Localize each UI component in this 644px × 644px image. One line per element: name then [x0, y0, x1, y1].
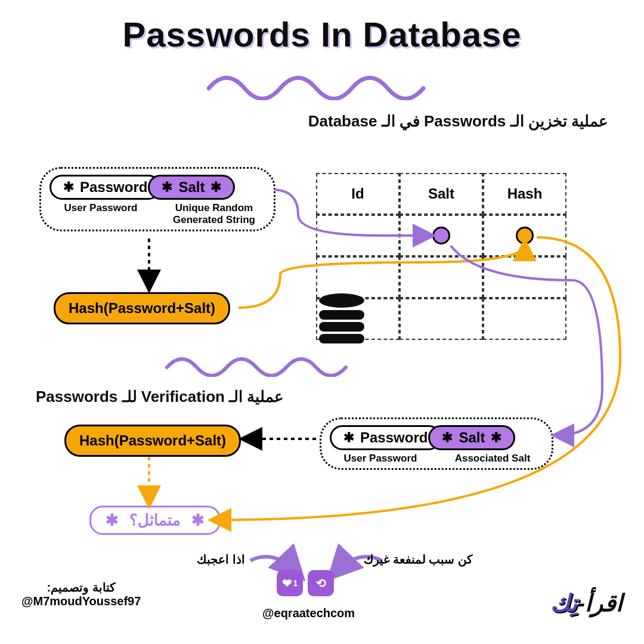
author-line2: @M7moudYoussef97 — [21, 595, 141, 608]
password-pill-2: ✱Password — [330, 425, 441, 450]
table-header-hash: Hash — [483, 173, 566, 215]
hash-pill-2: Hash(Password+Salt) — [64, 425, 241, 457]
password-pill-label: Password — [80, 179, 147, 196]
salt-pill-label-2: Salt — [459, 429, 485, 446]
password-pill-1: ✱Password — [49, 175, 161, 200]
table-header-id: Id — [316, 173, 400, 215]
author-block: كتابة وتصميم: @M7moudYoussef97 — [21, 580, 141, 608]
pill-sublabels-2: User PasswordAssociated Salt — [330, 453, 543, 465]
salt-pill-2: ✱Salt✱ — [428, 425, 515, 450]
compare-pill: ✱متماثل؟✱ — [89, 506, 221, 535]
social-icons: ❤ 1 ⟲ — [277, 570, 334, 596]
author-line1: كتابة وتصميم: — [21, 580, 141, 595]
hash-dot-icon — [516, 227, 534, 244]
database-icon — [315, 292, 369, 348]
table-cell — [483, 298, 566, 340]
footer-handle: @eqraatechcom — [262, 606, 355, 620]
table-cell-salt — [400, 215, 483, 256]
section2-heading: عملية الـ Verification للـ Passwords — [36, 388, 284, 406]
retweet-icon[interactable]: ⟲ — [308, 570, 334, 596]
table-cell — [400, 256, 483, 298]
table-cell — [316, 215, 400, 256]
footer-left-note: اذا اعجبك — [197, 552, 245, 566]
hash-pill-1: Hash(Password+Salt) — [54, 292, 230, 324]
salt-pill-label: Salt — [178, 179, 205, 196]
svg-rect-2 — [319, 322, 364, 332]
like-icon[interactable]: ❤ 1 — [277, 570, 303, 596]
table-cell — [400, 298, 483, 340]
footer-right-note: كن سبب لمنفعة غيرك — [364, 552, 473, 566]
table-cell-hash — [483, 215, 566, 256]
password-salt-box-1: ✱Password ✱Salt✱ User PasswordUnique Ran… — [39, 167, 275, 231]
squiggle-top — [203, 64, 441, 100]
salt-dot-icon — [432, 227, 450, 244]
table-header-salt: Salt — [400, 173, 483, 215]
svg-rect-1 — [319, 310, 364, 320]
table-cell — [483, 256, 566, 298]
password-salt-box-2: ✱Password ✱Salt✱ User PasswordAssociated… — [320, 417, 553, 470]
pill-sublabels-1: User PasswordUnique Random Generated Str… — [49, 202, 265, 226]
password-pill-label-2: Password — [360, 429, 428, 446]
section1-heading: عملية تخزين الـ Passwords في الـ Databas… — [308, 112, 608, 131]
svg-rect-3 — [319, 334, 364, 343]
salt-pill-1: ✱Salt✱ — [148, 175, 235, 200]
page-title: Passwords In Database — [0, 14, 644, 54]
brand-logo: اقرأ-تِك — [550, 589, 623, 617]
svg-point-0 — [319, 293, 364, 308]
squiggle-middle — [161, 347, 364, 377]
compare-label: متماثل؟ — [129, 511, 181, 530]
